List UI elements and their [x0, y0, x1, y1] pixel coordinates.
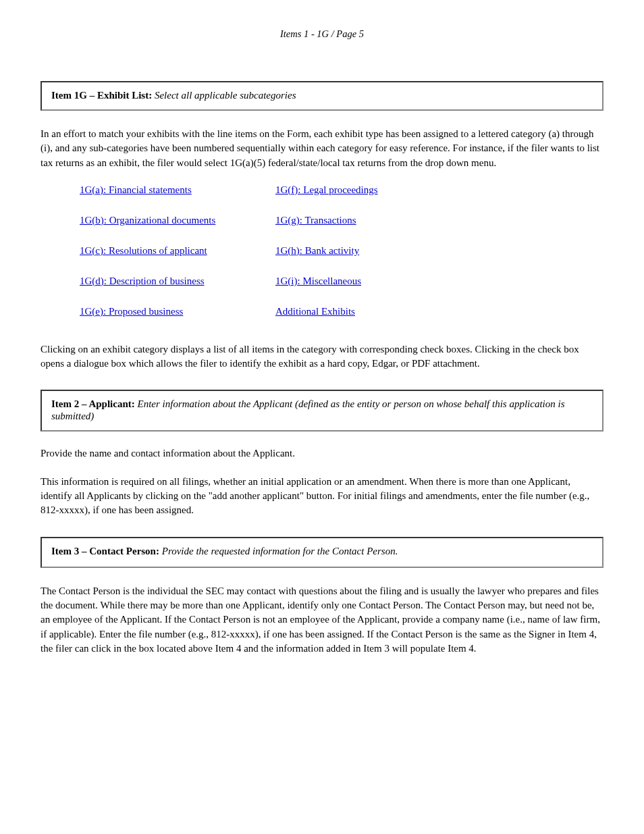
link-1g-g[interactable]: 1G(g): Transactions: [275, 215, 356, 226]
link-1g-b[interactable]: 1G(b): Organizational documents: [80, 215, 215, 226]
exhibit-links-block: 1G(a): Financial statements 1G(b): Organ…: [41, 184, 603, 336]
exhibit-links-col-2: 1G(f): Legal proceedings 1G(g): Transact…: [275, 184, 471, 336]
section-2-body: This information is required on all fili…: [41, 475, 603, 518]
section-3-subtext: Provide the requested information for th…: [159, 546, 398, 556]
link-1g-a[interactable]: 1G(a): Financial statements: [80, 184, 192, 196]
link-1g-d[interactable]: 1G(d): Description of business: [80, 276, 205, 287]
section-1g-box: Item 1G – Exhibit List: Select all appli…: [41, 81, 603, 111]
link-1g-h[interactable]: 1G(h): Bank activity: [275, 245, 359, 257]
section-3-box: Item 3 – Contact Person: Provide the req…: [41, 537, 603, 568]
exhibit-intro-text: In an effort to match your exhibits with…: [41, 127, 603, 170]
section-2-heading: Item 2 – Applicant:: [51, 398, 135, 409]
section-3-heading: Item 3 – Contact Person:: [51, 546, 159, 556]
exhibit-hint-text: Clicking on an exhibit category displays…: [41, 342, 603, 371]
section-2-box: Item 2 – Applicant: Enter information ab…: [41, 390, 603, 432]
page-number: Items 1 - 1G / Page 5: [0, 28, 644, 40]
section-1g-subtext: Select all applicable subcategories: [152, 90, 296, 101]
section-2-intro: Provide the name and contact information…: [41, 446, 603, 461]
section-3-body: The Contact Person is the individual the…: [41, 584, 603, 656]
exhibit-links-col-1: 1G(a): Financial statements 1G(b): Organ…: [80, 184, 275, 336]
link-1g-f[interactable]: 1G(f): Legal proceedings: [275, 184, 378, 196]
link-1g-e[interactable]: 1G(e): Proposed business: [80, 306, 183, 317]
link-additional-exhibits[interactable]: Additional Exhibits: [275, 306, 355, 317]
link-1g-c[interactable]: 1G(c): Resolutions of applicant: [80, 245, 207, 257]
link-1g-i[interactable]: 1G(i): Miscellaneous: [275, 276, 361, 287]
section-1g-heading: Item 1G – Exhibit List:: [51, 90, 152, 101]
